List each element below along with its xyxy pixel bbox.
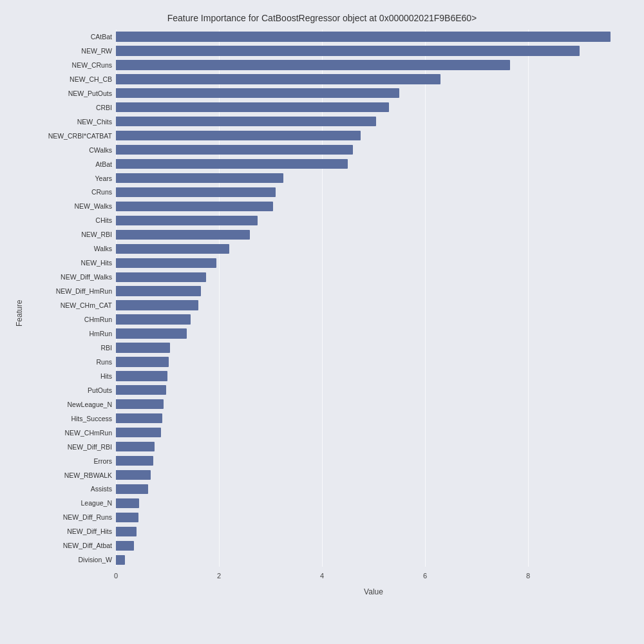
bar (116, 484, 148, 494)
bar (116, 328, 187, 338)
bar-row (116, 44, 631, 58)
feature-label: AtBat (26, 157, 116, 171)
bar-row (116, 341, 631, 355)
bar (116, 385, 166, 395)
bars-and-labels: CAtBatNEW_RWNEW_CRunsNEW_CH_CBNEW_PutOut… (26, 30, 631, 567)
bar (116, 513, 138, 522)
bar (116, 272, 206, 282)
bar (116, 456, 153, 466)
x-axis-tick: 8 (526, 572, 530, 580)
bar-row (116, 100, 631, 115)
bar-row (116, 115, 631, 129)
feature-label: CAtBat (26, 30, 116, 44)
feature-label: NEW_Chits (26, 115, 116, 129)
bar-row (116, 369, 631, 383)
bar (116, 413, 162, 423)
chart-container: Feature Importance for CatBoostRegressor… (0, 0, 644, 644)
bar (116, 187, 276, 197)
bar (116, 357, 169, 366)
bar (116, 541, 134, 551)
bar (116, 470, 151, 480)
feature-label: Runs (26, 355, 116, 369)
feature-label: NEW_CH_CB (26, 72, 116, 86)
bars-grid (116, 30, 631, 567)
bar-row (116, 213, 631, 227)
feature-label: HmRun (26, 327, 116, 341)
bar (116, 32, 611, 41)
bar (116, 555, 125, 565)
bar-row (116, 482, 631, 497)
bar-row (116, 496, 631, 510)
bar-row (116, 553, 631, 567)
bar-row (116, 185, 631, 199)
bar-row (116, 538, 631, 553)
bar-row (116, 440, 631, 454)
bar-row (116, 72, 631, 86)
feature-label: Errors (26, 454, 116, 468)
bar (116, 131, 361, 140)
bar-row (116, 157, 631, 171)
bar (116, 371, 167, 381)
bar-row (116, 510, 631, 524)
bar (116, 159, 348, 169)
feature-label: NEW_Diff_Walks (26, 270, 116, 284)
feature-label: NEW_RW (26, 44, 116, 58)
bar (116, 527, 137, 536)
feature-label: NewLeague_N (26, 397, 116, 412)
feature-label: Years (26, 171, 116, 185)
bar (116, 442, 155, 451)
feature-label: NEW_Diff_Runs (26, 510, 116, 524)
bar-row (116, 199, 631, 213)
x-axis-tick: 6 (423, 572, 427, 580)
y-axis-label: Feature (13, 30, 26, 596)
bar-row (116, 412, 631, 426)
bar-row (116, 143, 631, 157)
bar (116, 145, 353, 155)
bar (116, 230, 250, 240)
bar-row (116, 454, 631, 468)
bar-row (116, 397, 631, 412)
bar-row (116, 129, 631, 143)
bar-row (116, 30, 631, 44)
feature-label: Division_W (26, 553, 116, 567)
feature-label: NEW_PutOuts (26, 86, 116, 100)
feature-label: NEW_CRuns (26, 58, 116, 72)
feature-label: CRuns (26, 185, 116, 199)
x-axis-tick: 4 (320, 572, 324, 580)
bar (116, 399, 164, 409)
feature-label: NEW_Diff_Hits (26, 524, 116, 538)
feature-label: NEW_CHm_CAT (26, 298, 116, 312)
bar (116, 428, 161, 437)
feature-label: PutOuts (26, 383, 116, 397)
bar (116, 343, 170, 352)
feature-label: CWalks (26, 143, 116, 157)
bar-row (116, 355, 631, 369)
feature-label: NEW_Walks (26, 199, 116, 213)
bar-row (116, 298, 631, 312)
bar (116, 258, 216, 268)
bar (116, 216, 258, 225)
feature-label: NEW_Diff_Atbat (26, 538, 116, 553)
bar-row (116, 242, 631, 256)
bar-row (116, 256, 631, 270)
bar-row (116, 383, 631, 397)
feature-label: League_N (26, 496, 116, 510)
feature-label: NEW_Hits (26, 256, 116, 270)
bar (116, 102, 389, 112)
bar-row (116, 86, 631, 100)
bar (116, 202, 273, 211)
x-axis: 02468 (116, 567, 631, 586)
chart-area: Feature CAtBatNEW_RWNEW_CRunsNEW_CH_CBNE… (13, 30, 631, 596)
bar-row (116, 312, 631, 327)
bar-row (116, 58, 631, 72)
bar-row (116, 468, 631, 482)
feature-label: Hits (26, 369, 116, 383)
bar-row (116, 284, 631, 298)
feature-label: CRBI (26, 100, 116, 115)
x-axis-label: Value (116, 587, 631, 596)
bar (116, 60, 510, 70)
feature-label: NEW_Diff_RBI (26, 440, 116, 454)
feature-label: NEW_CHmRun (26, 426, 116, 440)
feature-label: Hits_Success (26, 412, 116, 426)
chart-title: Feature Importance for CatBoostRegressor… (13, 13, 631, 23)
